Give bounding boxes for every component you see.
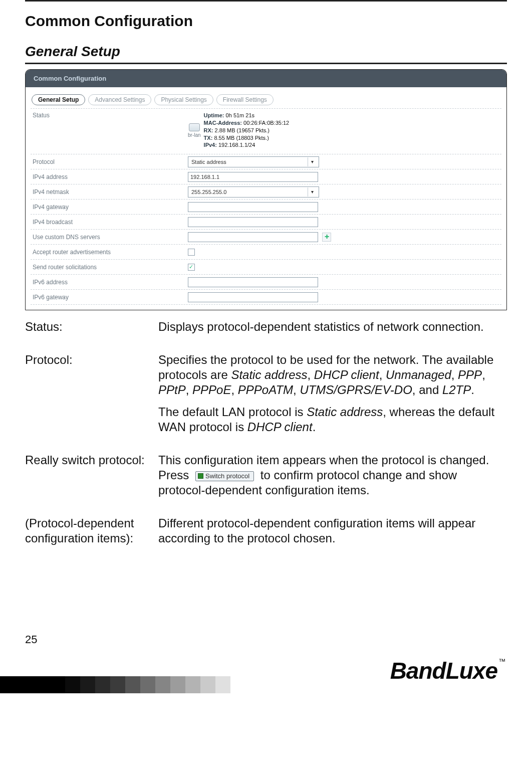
t: . xyxy=(471,383,474,397)
i: UTMS/GPRS/EV-DO xyxy=(300,383,412,397)
t: , and xyxy=(412,383,442,397)
row-ipv4-broadcast: IPv4 broadcast xyxy=(31,215,501,230)
t: , xyxy=(293,383,300,397)
interface-name: br-lan xyxy=(188,132,201,138)
t: . xyxy=(313,420,316,434)
dns-input[interactable] xyxy=(188,232,318,242)
rx-label: RX: xyxy=(204,127,213,133)
top-rule xyxy=(25,0,507,2)
desc-switch-term: Really switch protocol: xyxy=(25,453,150,505)
chevron-down-icon: ▾ xyxy=(308,187,317,197)
desc-protocol-dependent: (Protocol-dependent configuration items)… xyxy=(25,516,507,553)
ipv4-broadcast-input[interactable] xyxy=(188,217,318,227)
ipv4-address-input[interactable] xyxy=(188,172,318,182)
footer-bar-solid xyxy=(0,676,65,693)
t: , xyxy=(379,368,386,381)
page-title: Common Configuration xyxy=(25,13,507,30)
tab-physical-settings[interactable]: Physical Settings xyxy=(154,94,213,105)
dns-label: Use custom DNS servers xyxy=(33,234,188,241)
t: , xyxy=(231,383,237,397)
footer-square xyxy=(215,676,230,693)
ipv4-netmask-value: 255.255.255.0 xyxy=(191,189,226,195)
add-dns-button[interactable]: ✚ xyxy=(322,233,331,242)
chevron-down-icon: ▾ xyxy=(308,157,317,166)
tx-label: TX: xyxy=(204,135,213,141)
accept-ra-checkbox[interactable] xyxy=(188,249,195,256)
protocol-select[interactable]: Static address ▾ xyxy=(188,156,319,167)
row-ipv4-address: IPv4 address xyxy=(31,169,501,184)
config-panel: Common Configuration General Setup Advan… xyxy=(25,69,507,310)
tx-value: 8.55 MB (18803 Pkts.) xyxy=(214,135,269,141)
ipv4-address-label: IPv4 address xyxy=(33,173,188,180)
desc-switch-text: This configuration item appears when the… xyxy=(158,453,507,498)
row-send-rs: Send router solicitations xyxy=(31,260,501,275)
trademark-icon: ™ xyxy=(498,657,505,665)
ipv4-gateway-label: IPv4 gateway xyxy=(33,204,188,211)
switch-protocol-label: Switch protocol xyxy=(205,472,249,480)
footer-square xyxy=(80,676,95,693)
i: DHCP client xyxy=(247,420,313,434)
description-section: Status: Displays protocol-dependent stat… xyxy=(25,319,507,553)
row-ipv6-address: IPv6 address xyxy=(31,275,501,290)
tab-general-setup[interactable]: General Setup xyxy=(32,94,85,105)
page-number: 25 xyxy=(25,633,507,646)
desc-switch-protocol: Really switch protocol: This configurati… xyxy=(25,453,507,505)
footer-square xyxy=(95,676,110,693)
ipv4-netmask-select[interactable]: 255.255.255.0 ▾ xyxy=(188,186,319,198)
ipv4-broadcast-label: IPv4 broadcast xyxy=(33,219,188,226)
section-title: General Setup xyxy=(25,44,507,60)
ipv6-gateway-input[interactable] xyxy=(188,292,318,302)
section-underline xyxy=(25,63,507,64)
config-panel-header: Common Configuration xyxy=(26,70,506,87)
mac-value: 00:26:FA:0B:35:12 xyxy=(243,120,289,126)
ipv4-gateway-input[interactable] xyxy=(188,202,318,212)
protocol-label: Protocol xyxy=(33,158,188,165)
uptime-label: Uptime: xyxy=(204,112,224,118)
i: DHCP client xyxy=(314,368,379,381)
desc-protocol: Protocol: Specifies the protocol to be u… xyxy=(25,352,507,442)
i: L2TP xyxy=(442,383,471,397)
mac-label: MAC-Address: xyxy=(204,120,242,126)
form-rows: Status br-lan Uptime: 0h 51m 21s MAC-Add… xyxy=(31,108,501,305)
send-rs-label: Send router solicitations xyxy=(33,264,188,271)
desc-pdep-text: Different protocol-dependent configurati… xyxy=(158,516,507,546)
footer-square xyxy=(125,676,140,693)
footer-square xyxy=(155,676,170,693)
accept-ra-label: Accept router advertisements xyxy=(33,249,188,256)
desc-status-text: Displays protocol-dependent statistics o… xyxy=(158,319,507,334)
i: PPPoE xyxy=(192,383,231,397)
i: PPPoATM xyxy=(238,383,293,397)
t: The default LAN protocol is xyxy=(158,405,307,419)
status-label: Status xyxy=(33,112,188,119)
ipv6-address-label: IPv6 address xyxy=(33,279,188,286)
t: , xyxy=(307,368,314,381)
t: , xyxy=(186,383,192,397)
row-ipv6-gateway: IPv6 gateway xyxy=(31,290,501,305)
desc-protocol-p2: The default LAN protocol is Static addre… xyxy=(158,405,507,435)
tab-advanced-settings[interactable]: Advanced Settings xyxy=(88,94,151,105)
row-dns-servers: Use custom DNS servers ✚ xyxy=(31,230,501,245)
square-icon xyxy=(198,473,203,479)
ipv4-label: IPv4: xyxy=(204,142,217,148)
i: Static address xyxy=(307,405,383,419)
status-lines: Uptime: 0h 51m 21s MAC-Address: 00:26:FA… xyxy=(204,112,290,149)
ipv4-value: 192.168.1.1/24 xyxy=(218,142,255,148)
tab-firewall-settings[interactable]: Firewall Settings xyxy=(216,94,274,105)
row-ipv4-netmask: IPv4 netmask 255.255.255.0 ▾ xyxy=(31,184,501,200)
footer-square xyxy=(185,676,200,693)
interface-icon xyxy=(189,123,200,131)
ipv6-address-input[interactable] xyxy=(188,277,318,287)
row-status: Status br-lan Uptime: 0h 51m 21s MAC-Add… xyxy=(31,109,501,154)
send-rs-checkbox[interactable] xyxy=(188,264,195,271)
row-protocol: Protocol Static address ▾ xyxy=(31,154,501,169)
rx-value: 2.88 MB (19657 Pkts.) xyxy=(215,127,270,133)
desc-protocol-p1: Specifies the protocol to be used for th… xyxy=(158,352,507,398)
uptime-value: 0h 51m 21s xyxy=(226,112,254,118)
desc-status: Status: Displays protocol-dependent stat… xyxy=(25,319,507,341)
i: Unmanaged xyxy=(386,368,451,381)
switch-protocol-button[interactable]: Switch protocol xyxy=(195,471,254,481)
row-ipv4-gateway: IPv4 gateway xyxy=(31,200,501,215)
i: PPP xyxy=(458,368,482,381)
t: , xyxy=(482,368,485,381)
footer-square xyxy=(200,676,215,693)
